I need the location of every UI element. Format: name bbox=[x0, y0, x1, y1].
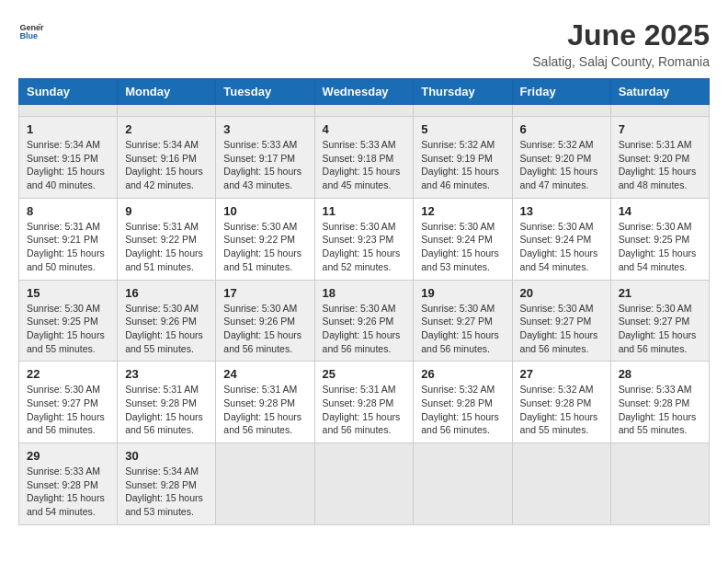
calendar-cell: 8Sunrise: 5:31 AMSunset: 9:21 PMDaylight… bbox=[19, 198, 118, 280]
cell-detail: Sunrise: 5:30 AMSunset: 9:24 PMDaylight:… bbox=[421, 220, 504, 274]
day-header-sunday: Sunday bbox=[19, 79, 118, 105]
calendar-cell: 4Sunrise: 5:33 AMSunset: 9:18 PMDaylight… bbox=[314, 117, 414, 199]
calendar-title: June 2025 bbox=[532, 18, 710, 52]
cell-detail: Sunrise: 5:34 AMSunset: 9:15 PMDaylight:… bbox=[27, 138, 109, 192]
calendar-table: SundayMondayTuesdayWednesdayThursdayFrid… bbox=[18, 78, 710, 525]
calendar-week-row: 22Sunrise: 5:30 AMSunset: 9:27 PMDayligh… bbox=[19, 362, 710, 443]
cell-detail: Sunrise: 5:30 AMSunset: 9:23 PMDaylight:… bbox=[323, 220, 406, 274]
day-number: 28 bbox=[619, 367, 701, 381]
calendar-cell bbox=[314, 105, 414, 117]
logo: General Blue bbox=[18, 18, 44, 44]
cell-detail: Sunrise: 5:34 AMSunset: 9:28 PMDaylight:… bbox=[125, 465, 208, 519]
calendar-week-row: 29Sunrise: 5:33 AMSunset: 9:28 PMDayligh… bbox=[19, 443, 710, 525]
day-number: 13 bbox=[520, 204, 603, 218]
calendar-cell: 13Sunrise: 5:30 AMSunset: 9:24 PMDayligh… bbox=[512, 198, 610, 280]
header: General Blue June 2025 Salatig, Salaj Co… bbox=[18, 18, 710, 69]
day-number: 5 bbox=[421, 122, 504, 136]
calendar-cell: 10Sunrise: 5:30 AMSunset: 9:22 PMDayligh… bbox=[216, 198, 314, 280]
calendar-week-row: 1Sunrise: 5:34 AMSunset: 9:15 PMDaylight… bbox=[19, 117, 710, 199]
cell-detail: Sunrise: 5:30 AMSunset: 9:22 PMDaylight:… bbox=[223, 220, 306, 274]
cell-detail: Sunrise: 5:30 AMSunset: 9:26 PMDaylight:… bbox=[323, 302, 406, 356]
day-number: 2 bbox=[125, 122, 208, 136]
cell-detail: Sunrise: 5:31 AMSunset: 9:28 PMDaylight:… bbox=[223, 383, 306, 437]
day-number: 12 bbox=[421, 204, 504, 218]
day-number: 15 bbox=[27, 286, 109, 300]
calendar-cell bbox=[414, 443, 512, 525]
calendar-cell: 14Sunrise: 5:30 AMSunset: 9:25 PMDayligh… bbox=[610, 198, 709, 280]
day-number: 11 bbox=[323, 204, 406, 218]
calendar-cell: 5Sunrise: 5:32 AMSunset: 9:19 PMDaylight… bbox=[414, 117, 512, 199]
day-number: 9 bbox=[125, 204, 208, 218]
calendar-cell: 21Sunrise: 5:30 AMSunset: 9:27 PMDayligh… bbox=[610, 280, 709, 362]
svg-text:Blue: Blue bbox=[19, 31, 38, 40]
day-number: 14 bbox=[619, 204, 701, 218]
day-number: 26 bbox=[421, 367, 504, 381]
cell-detail: Sunrise: 5:30 AMSunset: 9:27 PMDaylight:… bbox=[619, 302, 701, 356]
cell-detail: Sunrise: 5:33 AMSunset: 9:18 PMDaylight:… bbox=[323, 138, 406, 192]
day-number: 29 bbox=[27, 449, 109, 463]
calendar-cell: 18Sunrise: 5:30 AMSunset: 9:26 PMDayligh… bbox=[314, 280, 414, 362]
cell-detail: Sunrise: 5:31 AMSunset: 9:21 PMDaylight:… bbox=[27, 220, 109, 274]
day-number: 8 bbox=[27, 204, 109, 218]
day-number: 1 bbox=[27, 122, 109, 136]
day-number: 24 bbox=[223, 367, 306, 381]
cell-detail: Sunrise: 5:30 AMSunset: 9:27 PMDaylight:… bbox=[520, 302, 603, 356]
day-number: 21 bbox=[619, 286, 701, 300]
cell-detail: Sunrise: 5:30 AMSunset: 9:25 PMDaylight:… bbox=[619, 220, 701, 274]
calendar-cell bbox=[610, 105, 709, 117]
cell-detail: Sunrise: 5:34 AMSunset: 9:16 PMDaylight:… bbox=[125, 138, 208, 192]
calendar-cell: 3Sunrise: 5:33 AMSunset: 9:17 PMDaylight… bbox=[216, 117, 314, 199]
cell-detail: Sunrise: 5:30 AMSunset: 9:24 PMDaylight:… bbox=[520, 220, 603, 274]
calendar-cell: 12Sunrise: 5:30 AMSunset: 9:24 PMDayligh… bbox=[414, 198, 512, 280]
cell-detail: Sunrise: 5:33 AMSunset: 9:28 PMDaylight:… bbox=[619, 383, 701, 437]
day-number: 25 bbox=[323, 367, 406, 381]
calendar-cell bbox=[414, 105, 512, 117]
calendar-week-row: 8Sunrise: 5:31 AMSunset: 9:21 PMDaylight… bbox=[19, 198, 710, 280]
calendar-cell bbox=[610, 443, 709, 525]
calendar-cell: 23Sunrise: 5:31 AMSunset: 9:28 PMDayligh… bbox=[118, 362, 216, 443]
calendar-cell: 17Sunrise: 5:30 AMSunset: 9:26 PMDayligh… bbox=[216, 280, 314, 362]
day-number: 18 bbox=[323, 286, 406, 300]
day-number: 3 bbox=[223, 122, 306, 136]
cell-detail: Sunrise: 5:30 AMSunset: 9:26 PMDaylight:… bbox=[223, 302, 306, 356]
day-header-thursday: Thursday bbox=[414, 79, 512, 105]
day-number: 16 bbox=[125, 286, 208, 300]
cell-detail: Sunrise: 5:31 AMSunset: 9:20 PMDaylight:… bbox=[619, 138, 701, 192]
day-number: 23 bbox=[125, 367, 208, 381]
day-number: 19 bbox=[421, 286, 504, 300]
day-header-friday: Friday bbox=[512, 79, 610, 105]
calendar-cell: 29Sunrise: 5:33 AMSunset: 9:28 PMDayligh… bbox=[19, 443, 118, 525]
calendar-cell: 22Sunrise: 5:30 AMSunset: 9:27 PMDayligh… bbox=[19, 362, 118, 443]
calendar-cell: 11Sunrise: 5:30 AMSunset: 9:23 PMDayligh… bbox=[314, 198, 414, 280]
calendar-cell: 30Sunrise: 5:34 AMSunset: 9:28 PMDayligh… bbox=[118, 443, 216, 525]
title-area: June 2025 Salatig, Salaj County, Romania bbox=[532, 18, 710, 69]
calendar-week-row bbox=[19, 105, 710, 117]
day-number: 4 bbox=[323, 122, 406, 136]
day-number: 30 bbox=[125, 449, 208, 463]
cell-detail: Sunrise: 5:31 AMSunset: 9:22 PMDaylight:… bbox=[125, 220, 208, 274]
calendar-header-row: SundayMondayTuesdayWednesdayThursdayFrid… bbox=[19, 79, 710, 105]
day-number: 17 bbox=[223, 286, 306, 300]
cell-detail: Sunrise: 5:30 AMSunset: 9:26 PMDaylight:… bbox=[125, 302, 208, 356]
calendar-cell bbox=[216, 105, 314, 117]
cell-detail: Sunrise: 5:30 AMSunset: 9:25 PMDaylight:… bbox=[27, 302, 109, 356]
cell-detail: Sunrise: 5:33 AMSunset: 9:28 PMDaylight:… bbox=[27, 465, 109, 519]
day-number: 20 bbox=[520, 286, 603, 300]
calendar-subtitle: Salatig, Salaj County, Romania bbox=[532, 54, 710, 69]
day-number: 7 bbox=[619, 122, 701, 136]
cell-detail: Sunrise: 5:30 AMSunset: 9:27 PMDaylight:… bbox=[421, 302, 504, 356]
calendar-cell: 26Sunrise: 5:32 AMSunset: 9:28 PMDayligh… bbox=[414, 362, 512, 443]
cell-detail: Sunrise: 5:30 AMSunset: 9:27 PMDaylight:… bbox=[27, 383, 109, 437]
day-number: 10 bbox=[223, 204, 306, 218]
day-number: 27 bbox=[520, 367, 603, 381]
calendar-cell: 28Sunrise: 5:33 AMSunset: 9:28 PMDayligh… bbox=[610, 362, 709, 443]
calendar-cell: 2Sunrise: 5:34 AMSunset: 9:16 PMDaylight… bbox=[118, 117, 216, 199]
calendar-week-row: 15Sunrise: 5:30 AMSunset: 9:25 PMDayligh… bbox=[19, 280, 710, 362]
logo-icon: General Blue bbox=[18, 18, 44, 44]
day-header-monday: Monday bbox=[118, 79, 216, 105]
calendar-cell: 24Sunrise: 5:31 AMSunset: 9:28 PMDayligh… bbox=[216, 362, 314, 443]
calendar-cell: 16Sunrise: 5:30 AMSunset: 9:26 PMDayligh… bbox=[118, 280, 216, 362]
calendar-cell: 1Sunrise: 5:34 AMSunset: 9:15 PMDaylight… bbox=[19, 117, 118, 199]
calendar-cell bbox=[19, 105, 118, 117]
calendar-cell bbox=[512, 105, 610, 117]
